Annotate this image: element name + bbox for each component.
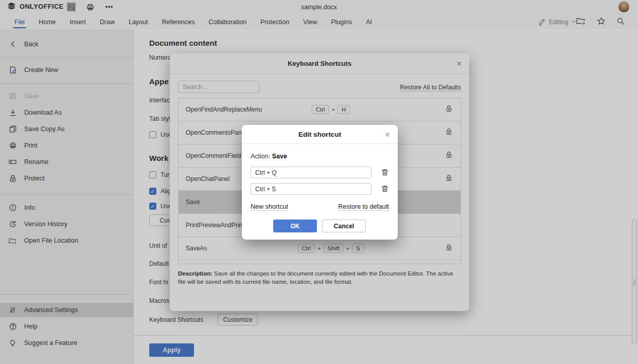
cancel-button[interactable]: Cancel [322,220,366,232]
dialog-header: Edit shortcut ✕ [242,125,398,144]
new-shortcut-link[interactable]: New shortcut [251,203,288,211]
dialog-title: Edit shortcut [242,125,398,144]
shortcut-input-1[interactable] [251,167,371,178]
shortcut-input-2[interactable] [251,183,371,195]
delete-shortcut-1-button[interactable] [381,168,389,177]
dialog-links: New shortcut Restore to default [251,203,389,211]
close-icon[interactable]: ✕ [384,125,391,144]
delete-shortcut-2-button[interactable] [381,185,389,193]
action-line: Action: Save [251,153,287,160]
edit-shortcut-dialog: Edit shortcut ✕ Action: Save New shortcu… [242,125,398,240]
ok-button[interactable]: OK [273,220,317,232]
restore-to-default-link[interactable]: Restore to default [338,203,389,211]
